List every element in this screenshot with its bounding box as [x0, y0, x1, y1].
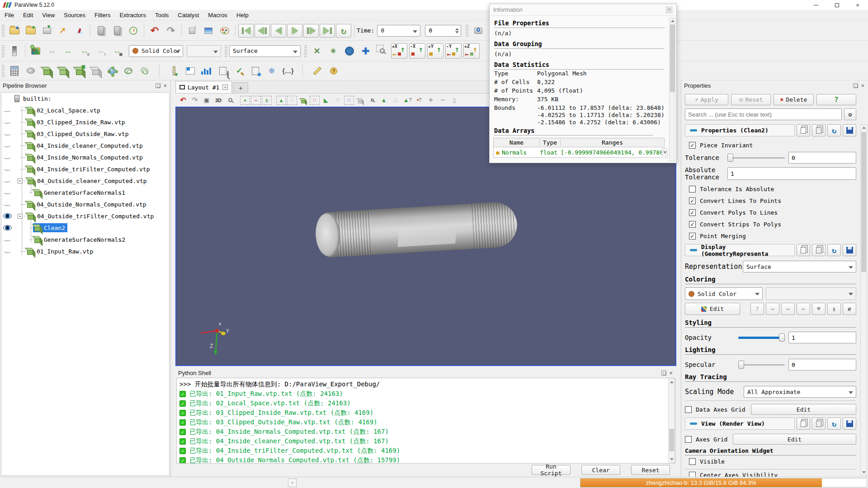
menu-filters[interactable]: Filters — [90, 10, 115, 21]
table-scroll-down[interactable] — [662, 148, 668, 158]
pipeline-item[interactable]: GenerateSurfaceNormals1 — [1, 187, 169, 198]
collapse-expander-icon[interactable] — [18, 214, 23, 219]
pipeline-item[interactable]: 03_Clipped_Outside_Raw.vtp — [1, 128, 169, 140]
vcr-play-button[interactable] — [287, 24, 302, 38]
paste-properties-icon[interactable] — [812, 124, 826, 136]
checkbox-icon[interactable] — [685, 406, 692, 413]
toolbar-grip[interactable] — [2, 65, 5, 77]
spreadsheet-inspect-icon[interactable] — [216, 64, 230, 78]
absolute-tolerance-input[interactable]: 1 — [727, 167, 856, 180]
close-button[interactable]: × — [847, 0, 868, 10]
redo-icon[interactable]: ↷ — [164, 23, 178, 38]
pipeline-item[interactable]: 04_Outside_cleaner_Computed.vtp — [1, 175, 169, 187]
shrink-selection-icon[interactable]: － — [437, 95, 448, 105]
pipeline-item[interactable]: 03_Clipped_Inside_Raw.vtp — [1, 116, 169, 128]
set-view-plus-z-button[interactable]: +Z↑← — [463, 43, 480, 59]
menu-sources[interactable]: Sources — [59, 10, 90, 21]
menu-help[interactable]: Help — [232, 10, 253, 21]
pipeline-item[interactable]: 04_Outside_Normals_Computed.vtp — [1, 198, 169, 210]
undock-panel-icon[interactable] — [156, 83, 160, 88]
set-view-minus-x-button[interactable]: -X↑→ — [409, 43, 425, 59]
menu-macros[interactable]: Macros — [203, 10, 232, 21]
rescale-temporal-icon[interactable]: ↔ — [781, 303, 795, 315]
menu-file[interactable]: File — [0, 10, 19, 21]
specular-input[interactable]: 0 — [788, 359, 856, 371]
eye-closed-icon[interactable] — [1, 191, 13, 194]
eye-closed-icon[interactable] — [1, 156, 13, 159]
extract-cells-icon[interactable]: ▣ — [72, 64, 87, 78]
slice-filter-icon[interactable] — [56, 64, 71, 78]
pipeline-item-clean2[interactable]: Clean2 — [1, 222, 169, 234]
pipeline-item[interactable]: 04_Outside_triFilter_Computed.vtp — [1, 210, 169, 222]
toolbar-grip[interactable] — [466, 25, 468, 37]
connect-server-icon[interactable] — [94, 23, 108, 38]
opacity-slider[interactable] — [738, 333, 785, 342]
view-section-header[interactable]: View (Render View) — [685, 418, 795, 430]
undock-panel-icon[interactable] — [853, 83, 858, 88]
toolbar-grip[interactable] — [2, 45, 5, 57]
toolbar-grip[interactable] — [304, 45, 307, 57]
pipeline-item[interactable]: GenerateSurfaceNormals2 — [1, 234, 169, 245]
edit-axes-grid-button[interactable]: Edit — [733, 434, 856, 445]
checkbox-icon[interactable] — [689, 186, 696, 192]
clip-filter-icon[interactable] — [40, 64, 54, 78]
toggle-color-legend-icon[interactable] — [7, 44, 22, 58]
frame-spinbox[interactable]: 0 — [425, 25, 461, 37]
rescale-to-temporal-range-icon[interactable]: ↔c — [77, 44, 92, 58]
reset-shell-button[interactable]: Reset — [631, 465, 670, 475]
pipeline-item[interactable]: 04_Inside_Normals_Computed.vtp — [1, 151, 169, 163]
representation-select[interactable]: Surface — [743, 261, 856, 272]
save-data-icon[interactable]: ▼ — [40, 23, 54, 38]
display-section-header[interactable]: Display (GeometryRepresenta — [685, 244, 795, 256]
glyph-network-icon[interactable] — [105, 64, 119, 78]
eye-closed-icon[interactable] — [1, 109, 13, 112]
zoom-closest-icon[interactable]: ✳ — [326, 44, 340, 58]
snowflake-icon[interactable]: ❄ — [264, 64, 279, 78]
paste-view-icon[interactable] — [812, 418, 826, 430]
slider-handle[interactable] — [727, 154, 733, 162]
menu-catalyst[interactable]: Catalyst — [173, 10, 203, 21]
eye-open-icon[interactable] — [1, 213, 13, 219]
stream-tracer-icon[interactable] — [137, 64, 152, 78]
vcr-previous-frame-button[interactable] — [255, 24, 270, 38]
tab-layout-1[interactable]: Layout #1 × — [175, 81, 232, 93]
toolbar-grip[interactable] — [225, 45, 227, 57]
reset-session-icon[interactable] — [126, 23, 141, 38]
eye-closed-icon[interactable] — [1, 238, 13, 241]
interactive-select-points-icon[interactable]: ∴ — [390, 95, 401, 105]
checkbox-icon[interactable] — [689, 458, 696, 465]
color-by-select[interactable]: Solid Color — [685, 287, 763, 300]
scroll-thumb[interactable] — [670, 24, 675, 92]
apply-button[interactable]: ⬈Apply — [685, 94, 728, 105]
menu-extractors[interactable]: Extractors — [115, 10, 151, 21]
eye-closed-icon[interactable] — [1, 179, 13, 183]
eye-closed-icon[interactable] — [1, 203, 13, 206]
select-points-query-icon[interactable]: •? — [414, 95, 425, 105]
shell-scrollbar[interactable] — [668, 379, 675, 463]
copy-view-icon[interactable] — [797, 418, 810, 430]
color-by-combo[interactable]: Solid Color — [129, 45, 183, 57]
scroll-down-icon[interactable] — [862, 471, 866, 474]
reload-defaults-icon[interactable]: ↻ — [827, 418, 841, 430]
eye-closed-icon[interactable] — [1, 144, 13, 147]
checkbox-checked-icon[interactable] — [689, 221, 696, 228]
open-file-icon[interactable]: ▲ — [7, 23, 22, 38]
close-panel-icon[interactable]: × — [163, 83, 167, 89]
copy-display-icon[interactable] — [797, 244, 810, 256]
reload-defaults-icon[interactable]: ↻ — [827, 244, 841, 256]
rescale-data-range-icon[interactable]: ? — [750, 303, 764, 315]
auto-apply-icon[interactable]: ↑ — [185, 23, 199, 38]
pipeline-item[interactable]: 04_Inside_triFilter_Computed.vtp — [1, 163, 169, 175]
set-view-plus-y-button[interactable]: +Y↑→ — [427, 43, 443, 59]
scroll-down-icon[interactable] — [663, 151, 667, 154]
reset-button[interactable]: ⊘Reset — [731, 94, 771, 105]
add-layout-tab[interactable]: + — [233, 82, 248, 93]
python-shell-output[interactable]: >>> 开始批量导出所有物体信息到: D:/ParaView_Export_De… — [176, 378, 675, 464]
rescale-custom-time-icon[interactable]: ↔t — [94, 44, 108, 58]
close-panel-icon[interactable]: × — [669, 370, 673, 376]
checkbox-checked-icon[interactable] — [689, 233, 696, 239]
piece-invariant-row[interactable]: Piece Invariant — [685, 142, 856, 149]
camera-redo-icon[interactable]: ↷ — [189, 95, 200, 105]
rescale-to-data-range-icon[interactable]: ↔ — [45, 44, 59, 58]
select-cells-through-icon[interactable] — [298, 95, 309, 105]
